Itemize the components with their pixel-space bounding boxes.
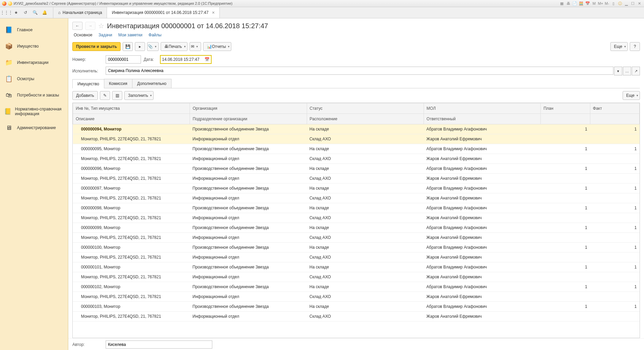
table-row-sub[interactable]: Монитор, PHILIPS, 227E4QSD, 21, 767821 И… (73, 312, 640, 321)
apps-icon[interactable]: ⋮⋮⋮ (2, 8, 11, 17)
history-icon[interactable]: ↺ (21, 8, 30, 17)
number-input[interactable] (106, 55, 141, 64)
maximize-icon[interactable]: ☐ (630, 1, 636, 6)
th-mol[interactable]: МОЛ (424, 103, 540, 114)
executor-dropdown[interactable]: ▾ (614, 67, 622, 75)
cell-inv: 000000101, Монитор (73, 262, 190, 272)
btn-post-and-close[interactable]: Провести и закрыть (72, 42, 121, 51)
executor-select[interactable]: … (623, 67, 631, 75)
table-row[interactable]: 000000103, Монитор Производственное объе… (73, 302, 640, 312)
sidebar-item-1[interactable]: 📦Имущество (0, 38, 68, 54)
tb-panel-icon[interactable]: ▯ (611, 1, 616, 6)
th-loc[interactable]: Расположение (307, 114, 424, 124)
cell-loc: Склад АХО (307, 233, 424, 243)
cell-desc: Монитор, PHILIPS, 227E4QSD, 21, 767821 (73, 312, 190, 321)
btn-reports[interactable]: 📊 Отчеты▾ (203, 42, 231, 51)
sidebar-item-0[interactable]: 📘Главное (0, 22, 68, 38)
tb-icon-1[interactable]: ▦ (559, 1, 565, 6)
tb-m2[interactable]: M+ (598, 1, 603, 6)
btn-attach[interactable]: 📎▾ (147, 42, 159, 51)
table-row-sub[interactable]: Монитор, PHILIPS, 227E4QSD, 21, 767821 И… (73, 252, 640, 262)
subnav-1[interactable]: Задачи (99, 33, 112, 37)
btn-save[interactable]: 💾 (123, 42, 133, 51)
th-desc[interactable]: Описание (73, 114, 190, 124)
cell-org: Производственное объединение Звезда (190, 203, 307, 213)
star-icon[interactable]: ★ (12, 8, 20, 17)
sidebar-item-4[interactable]: 🛍Потребности и заказы (0, 87, 68, 103)
tb-m1[interactable]: M (591, 1, 597, 6)
cell-dept: Информационный отдел (190, 134, 307, 144)
table-row[interactable]: 000000101, Монитор Производственное объе… (73, 262, 640, 272)
tab-close-icon[interactable]: × (212, 10, 215, 15)
sidebar-item-6[interactable]: 🖥Администрирование (0, 120, 68, 136)
btn-print[interactable]: 🖶 Печать▾ (161, 42, 187, 51)
tb-icon-4[interactable]: 🧮 (578, 1, 584, 6)
inner-tab-0[interactable]: Имущество (72, 79, 104, 88)
table-row-sub[interactable]: Монитор, PHILIPS, 227E4QSD, 21, 767821 И… (73, 154, 640, 164)
table-row-sub[interactable]: Монитор, PHILIPS, 227E4QSD, 21, 767821 И… (73, 174, 640, 183)
info-icon[interactable]: ⓘ (617, 1, 623, 6)
btn-fill-label: Заполнить (128, 93, 148, 98)
sidebar-item-5[interactable]: 📒Нормативно-справочная информация (0, 103, 68, 120)
table-row-sub[interactable]: Монитор, PHILIPS, 227E4QSD, 21, 767821 И… (73, 233, 640, 243)
table-row-sub[interactable]: Монитор, PHILIPS, 227E4QSD, 21, 767821 И… (73, 272, 640, 282)
cell-status: На складе (307, 144, 424, 154)
th-org[interactable]: Организация (190, 103, 307, 114)
btn-fill[interactable]: Заполнить▾ (124, 91, 154, 100)
tb-icon-2[interactable]: 🖶 (566, 1, 571, 6)
cell-status: На складе (307, 183, 424, 193)
table-row[interactable]: 000000102, Монитор Производственное объе… (73, 282, 640, 292)
inner-tab-2[interactable]: Дополнительно (132, 79, 172, 88)
sidebar-label-4: Потребности и заказы (17, 93, 59, 98)
th-fact[interactable]: Факт (590, 103, 639, 114)
table-row[interactable]: 000000098, Монитор Производственное объе… (73, 203, 640, 213)
btn-edit[interactable]: ✎ (100, 91, 110, 100)
btn-add[interactable]: Добавить (72, 91, 98, 100)
table-row[interactable]: 000000096, Монитор Производственное объе… (73, 164, 640, 174)
subnav-0[interactable]: Основное (74, 33, 92, 37)
th-resp[interactable]: Ответственный (424, 114, 540, 124)
table-row[interactable]: 000000099, Монитор Производственное объе… (73, 223, 640, 233)
btn-more[interactable]: Еще▾ (610, 42, 628, 51)
th-inv[interactable]: Инв №, Тип имущества (73, 103, 190, 114)
btn-barcode[interactable]: ▥ (112, 91, 122, 100)
table-row-sub[interactable]: Монитор, PHILIPS, 227E4QSD, 21, 767821 И… (73, 134, 640, 144)
table-row-sub[interactable]: Монитор, PHILIPS, 227E4QSD, 21, 767821 И… (73, 193, 640, 203)
sidebar-item-3[interactable]: 📋Осмотры (0, 71, 68, 87)
date-input[interactable]: 14.06.2018 15:27:47 📅 (160, 55, 212, 64)
btn-post[interactable]: ▸ (135, 42, 145, 51)
tb-m3[interactable]: M- (604, 1, 610, 6)
btn-more-inner[interactable]: Еще▾ (623, 91, 640, 100)
tab-home[interactable]: ⌂ Начальная страница (53, 7, 107, 18)
table-row[interactable]: 000000094, Монитор Производственное объе… (73, 124, 640, 134)
close-icon[interactable]: ✕ (637, 1, 642, 6)
th-dept[interactable]: Подразделение организации (190, 114, 307, 124)
table-row[interactable]: 000000097, Монитор Производственное объе… (73, 183, 640, 193)
th-plan[interactable]: План (541, 103, 590, 114)
inner-tab-1[interactable]: Комиссия (104, 79, 132, 88)
cell-plan: 1 (541, 262, 590, 272)
executor-input[interactable] (106, 67, 613, 75)
bell-icon[interactable]: 🔔 (40, 8, 49, 17)
minimize-icon[interactable]: ▁ (624, 1, 629, 6)
table-row[interactable]: 000000095, Монитор Производственное объе… (73, 144, 640, 154)
tab-document[interactable]: Инвентаризация 000000001 от 14.06.2018 1… (107, 7, 220, 18)
th-status[interactable]: Статус (307, 103, 424, 114)
calendar-icon[interactable]: 📅 (204, 57, 210, 62)
nav-forward[interactable]: → (85, 22, 95, 30)
tb-icon-5[interactable]: 📅 (585, 1, 590, 6)
sidebar-item-2[interactable]: 📁Инвентаризации (0, 54, 68, 71)
favorite-star[interactable]: ☆ (98, 22, 104, 30)
btn-email[interactable]: ✉▾ (190, 42, 201, 51)
tb-icon-3[interactable]: 📄 (572, 1, 577, 6)
search-icon[interactable]: 🔍 (31, 8, 39, 17)
btn-help[interactable]: ? (630, 42, 640, 51)
executor-open[interactable]: ↗ (632, 67, 640, 75)
subnav-3[interactable]: Файлы (148, 33, 161, 37)
table-row-sub[interactable]: Монитор, PHILIPS, 227E4QSD, 21, 767821 И… (73, 292, 640, 302)
subnav-2[interactable]: Мои заметки (118, 33, 142, 37)
author-input[interactable] (106, 340, 212, 349)
nav-back[interactable]: ← (72, 22, 83, 30)
table-row-sub[interactable]: Монитор, PHILIPS, 227E4QSD, 21, 767821 И… (73, 213, 640, 223)
table-row[interactable]: 000000100, Монитор Производственное объе… (73, 243, 640, 252)
